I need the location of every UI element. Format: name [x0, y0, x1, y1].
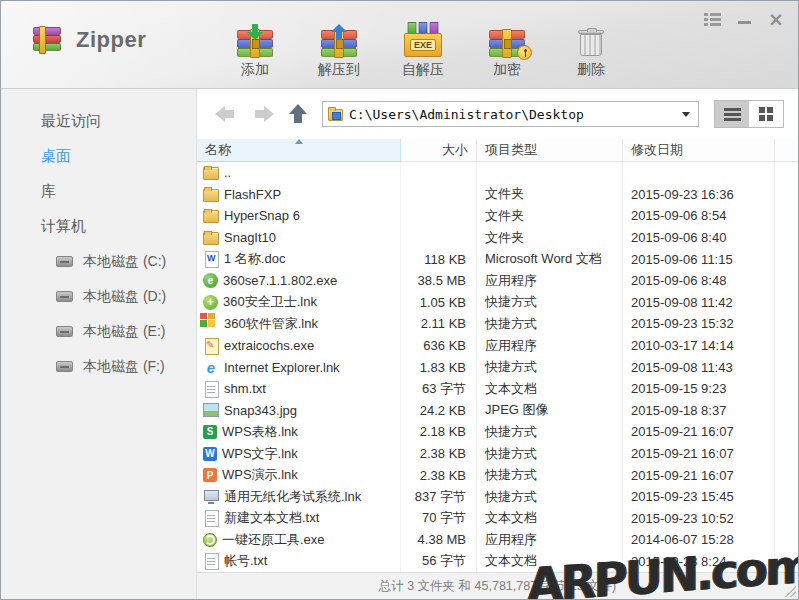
file-type-cell: 文件夹 [477, 227, 623, 249]
file-date-cell: 2015-09-08 11:42 [623, 292, 775, 314]
file-date-cell: 2015-09-06 8:48 [623, 270, 775, 292]
table-row[interactable]: 一键还原工具.exe4.38 MB应用程序2014-06-07 15:28 [197, 529, 798, 551]
row-filler [775, 227, 798, 249]
add-button[interactable]: 添加 [217, 9, 293, 79]
file-date-cell: 2015-09-21 16:07 [623, 421, 775, 443]
file-name: 通用无纸化考试系统.lnk [224, 488, 361, 506]
file-date-cell [623, 162, 775, 184]
drive-label: 本地磁盘 (E:) [83, 323, 165, 341]
table-row[interactable]: Snap343.jpg24.2 KBJPEG 图像2015-09-18 8:37 [197, 400, 798, 422]
wps-p-icon [203, 468, 217, 482]
file-type-cell: 应用程序 [477, 529, 623, 551]
folder-icon [203, 165, 219, 181]
file-name-cell: .. [197, 162, 401, 184]
file-name: SnagIt10 [224, 230, 276, 245]
table-row[interactable]: extraicochs.exe636 KB应用程序2010-03-17 14:1… [197, 335, 798, 357]
file-size-cell: 1.83 KB [401, 356, 477, 378]
table-row[interactable]: 新建文本文档.txt70 字节文本文档2015-09-23 10:52 [197, 508, 798, 530]
shield-icon [203, 295, 218, 310]
sidebar-item-desktop[interactable]: 桌面 [1, 139, 196, 174]
minimize-icon[interactable] [738, 21, 751, 24]
file-name: HyperSnap 6 [224, 208, 300, 223]
table-row[interactable]: FlashFXP文件夹2015-09-23 16:36 [197, 184, 798, 206]
disk-icon [56, 361, 73, 372]
grid-view-button[interactable] [749, 101, 783, 127]
table-row[interactable]: WPS演示.lnk2.38 KB快捷方式2015-09-21 16:07 [197, 464, 798, 486]
table-row[interactable]: 360软件管家.lnk2.11 KB快捷方式2015-09-23 15:32 [197, 313, 798, 335]
txt-icon [203, 553, 219, 569]
column-header-name[interactable]: 名称 [197, 139, 401, 162]
status-bar: 总计 3 文件夹 和 45,781,787 字节(15 文件) [197, 572, 798, 599]
file-type-cell: 应用程序 [477, 270, 623, 292]
file-date-cell: 2015-09-06 11:15 [623, 248, 775, 270]
table-row[interactable]: Internet Explorer.lnk1.83 KB快捷方式2015-09-… [197, 356, 798, 378]
file-name-cell: extraicochs.exe [197, 335, 401, 357]
table-row[interactable]: 360安全卫士.lnk1.05 KB快捷方式2015-09-08 11:42 [197, 292, 798, 314]
table-row[interactable]: .. [197, 162, 798, 184]
file-date-cell: 2015-09-23 16:36 [623, 184, 775, 206]
resize-grip-icon[interactable] [785, 586, 796, 597]
table-row[interactable]: SnagIt10文件夹2015-09-06 8:40 [197, 227, 798, 249]
file-type-cell: 应用程序 [477, 335, 623, 357]
file-type-cell [477, 162, 623, 184]
row-filler [775, 464, 798, 486]
file-size-cell [401, 205, 477, 227]
row-filler [775, 378, 798, 400]
close-icon[interactable]: × [768, 13, 784, 26]
file-name: Internet Explorer.lnk [224, 360, 340, 375]
file-size-cell: 636 KB [401, 335, 477, 357]
forward-button[interactable] [252, 106, 274, 122]
sidebar-drive-e[interactable]: 本地磁盘 (E:) [1, 314, 196, 349]
file-name-cell: 1 名称.doc [197, 248, 401, 270]
row-filler [775, 335, 798, 357]
path-combobox[interactable]: C:\Users\Administrator\Desktop [322, 101, 699, 127]
extract-button[interactable]: 解压到 [301, 9, 377, 79]
app-title: Zipper [76, 27, 146, 53]
file-name-cell: 新建文本文档.txt [197, 508, 401, 530]
table-row[interactable]: shm.txt63 字节文本文档2015-09-15 9:23 [197, 378, 798, 400]
sidebar-item-libraries[interactable]: 库 [1, 174, 196, 209]
file-name-cell: Snap343.jpg [197, 400, 401, 422]
table-row[interactable]: 1 名称.doc118 KBMicrosoft Word 文档2015-09-0… [197, 248, 798, 270]
table-row[interactable]: WPS文字.lnk2.38 KB快捷方式2015-09-21 16:07 [197, 443, 798, 465]
encrypt-button[interactable]: 加密 [469, 9, 545, 79]
zipper-logo-icon [31, 27, 63, 53]
sidebar-drive-f[interactable]: 本地磁盘 (F:) [1, 349, 196, 384]
table-row[interactable]: 通用无纸化考试系统.lnk837 字节快捷方式2015-09-23 15:45 [197, 486, 798, 508]
sidebar-drive-c[interactable]: 本地磁盘 (C:) [1, 244, 196, 279]
file-name-cell: 360软件管家.lnk [197, 313, 401, 335]
sidebar-drive-d[interactable]: 本地磁盘 (D:) [1, 279, 196, 314]
sidebar-item-computer[interactable]: 计算机 [1, 209, 196, 244]
delete-button-label: 删除 [577, 61, 605, 79]
path-input[interactable]: C:\Users\Administrator\Desktop [349, 107, 676, 122]
delete-button[interactable]: 删除 [553, 9, 629, 79]
app-logo: Zipper [1, 1, 217, 79]
file-date-cell: 2015-09-08 11:43 [623, 356, 775, 378]
table-row[interactable]: 360se7.1.1.802.exe38.5 MB应用程序2015-09-06 … [197, 270, 798, 292]
file-name: 360软件管家.lnk [224, 315, 318, 333]
sfx-button[interactable]: EXE 自解压 [385, 9, 461, 79]
file-type-cell: 文本文档 [477, 508, 623, 530]
row-filler [775, 162, 798, 184]
file-date-cell: 2015-09-23 8:24 [623, 551, 775, 572]
list-view-button[interactable] [715, 101, 749, 127]
app-window: Zipper 添加 解压到 [0, 0, 799, 600]
table-row[interactable]: HyperSnap 6文件夹2015-09-06 8:54 [197, 205, 798, 227]
folder-icon [203, 230, 219, 246]
table-header: 名称 大小 项目类型 修改日期 [197, 139, 798, 162]
back-button[interactable] [215, 106, 237, 122]
table-row[interactable]: WPS表格.lnk2.18 KB快捷方式2015-09-21 16:07 [197, 421, 798, 443]
file-type-cell: Microsoft Word 文档 [477, 248, 623, 270]
column-header-date[interactable]: 修改日期 [623, 139, 775, 162]
up-button[interactable] [289, 104, 307, 124]
file-size-cell: 56 字节 [401, 551, 477, 572]
column-header-size[interactable]: 大小 [401, 139, 477, 162]
file-size-cell: 24.2 KB [401, 400, 477, 422]
combobox-dropdown-icon[interactable] [682, 112, 690, 117]
menu-icon[interactable] [704, 13, 721, 26]
file-date-cell: 2015-09-18 8:37 [623, 400, 775, 422]
sidebar-item-recent[interactable]: 最近访问 [1, 104, 196, 139]
table-row[interactable]: 帐号.txt56 字节文本文档2015-09-23 8:24 [197, 551, 798, 572]
row-filler [775, 292, 798, 314]
column-header-type[interactable]: 项目类型 [477, 139, 623, 162]
